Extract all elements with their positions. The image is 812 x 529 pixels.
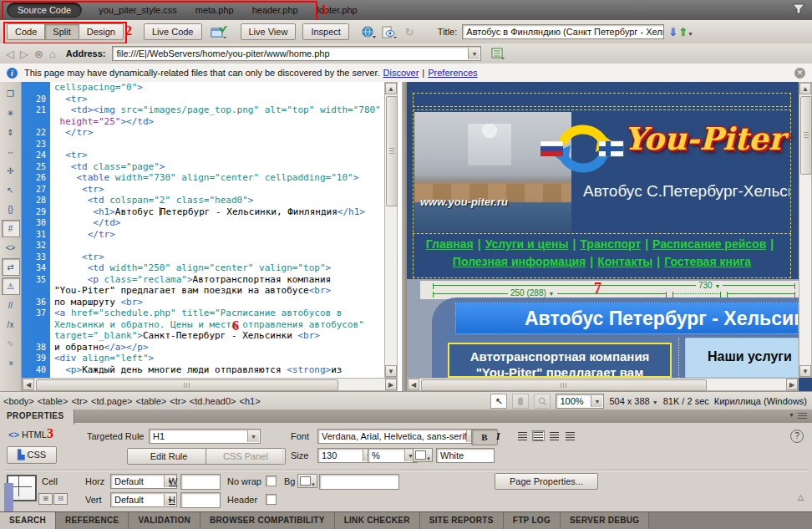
magnification-select[interactable]: 100% [556, 394, 604, 409]
file-put-icon[interactable]: ⇑▼ [678, 26, 693, 38]
design-canvas[interactable]: www.you-piter.ru [407, 82, 799, 378]
align-justify-icon[interactable] [564, 430, 576, 441]
align-right-icon[interactable] [548, 430, 561, 441]
code-row[interactable]: 35 <p class="reclama">Автотранспортная к… [22, 274, 384, 286]
code-row[interactable]: 25 <td class="page"> [22, 161, 384, 173]
design-menu-link[interactable]: Главная [426, 237, 474, 251]
results-tab-site-reports[interactable]: SITE REPORTS [420, 512, 504, 529]
split-view-button[interactable]: Split [44, 23, 78, 40]
tag-selector-item[interactable]: <tr> [71, 396, 88, 406]
results-tab-search[interactable]: SEARCH [0, 512, 56, 529]
tag-selector-item[interactable]: <table> [38, 396, 69, 406]
design-hscroll-thumb[interactable] [421, 379, 707, 391]
width-input[interactable] [180, 474, 221, 490]
show-code-navigator-icon[interactable]: ✳ [2, 104, 20, 122]
code-row[interactable]: target="_blank">Санкт-Петербург - Хельси… [22, 330, 384, 342]
design-menu-link[interactable]: Транспорт [580, 237, 641, 251]
tag-selector-item[interactable]: <td.head0> [190, 396, 236, 406]
design-view-button[interactable]: Design [79, 23, 124, 40]
code-row[interactable]: 22 </tr> [22, 127, 384, 139]
merge-cells-icon[interactable]: ⊞ [38, 493, 53, 505]
select-tool-icon[interactable]: ↖ [490, 394, 507, 409]
align-center-icon[interactable] [532, 430, 545, 441]
scroll-up-icon[interactable]: ▲ [385, 83, 397, 94]
scroll-right-icon[interactable]: ▶ [786, 379, 798, 390]
balance-braces-icon[interactable]: {} [2, 201, 20, 218]
code-row[interactable]: 26 <table width="730" align="center" cel… [22, 172, 384, 184]
design-right-cell[interactable]: Наши услуги [685, 338, 799, 378]
html-mode-button[interactable]: <> HTML [8, 430, 47, 440]
scroll-down-icon[interactable]: ▼ [385, 365, 397, 377]
live-code-button[interactable]: Live Code [144, 23, 202, 40]
filter-related-files-icon[interactable] [792, 3, 805, 15]
design-horizontal-scrollbar[interactable]: ◀ ▶ [407, 378, 799, 391]
preferences-link[interactable]: Preferences [428, 68, 477, 78]
syntax-error-alerts-icon[interactable]: ⚠ [2, 277, 20, 295]
stop-icon[interactable]: ⊗ [34, 48, 43, 60]
results-tab-server-debug[interactable]: SERVER DEBUG [561, 512, 649, 529]
code-row[interactable]: 24 <tr> [22, 150, 384, 161]
css-mode-button[interactable]: ▙ CSS [7, 446, 57, 464]
code-row[interactable]: cellspacing="0"> [22, 82, 384, 94]
refresh-design-view-icon[interactable]: ↻ [399, 23, 419, 41]
panel-menu-icon[interactable]: ▼ [789, 412, 807, 421]
design-menu-link[interactable]: Полезная информация [453, 255, 586, 268]
validate-markup-icon[interactable] [209, 23, 229, 41]
highlight-invalid-code-icon[interactable]: <> [2, 239, 20, 257]
preview-in-browser-icon[interactable] [359, 23, 379, 41]
results-tab-link-checker[interactable]: LINK CHECKER [335, 512, 420, 529]
remove-comment-icon[interactable]: /x [2, 316, 20, 333]
code-hscroll-thumb[interactable] [36, 379, 338, 391]
back-icon[interactable]: ◁ [6, 48, 14, 60]
properties-tab[interactable]: PROPERTIES [0, 409, 74, 425]
code-horizontal-scrollbar[interactable]: ◀ ▶ [22, 378, 398, 391]
collapse-full-tag-icon[interactable]: ⇕ [2, 124, 20, 141]
zoom-tool-icon[interactable] [534, 394, 551, 409]
code-editor[interactable]: cellspacing="0">20 <tr>21 <td><img src="… [22, 82, 384, 378]
vert-select[interactable]: Default [110, 492, 177, 507]
results-tab-reference[interactable]: REFERENCE [56, 512, 129, 529]
tag-selector-item[interactable]: <h1> [240, 396, 261, 406]
height-input[interactable] [180, 492, 221, 508]
collapse-panel-icon[interactable]: △ [798, 493, 804, 501]
bg-color-input[interactable] [319, 474, 399, 490]
code-row[interactable]: 39<div align="left"> [22, 353, 384, 364]
tag-selector-item[interactable]: <table> [136, 396, 167, 406]
scroll-left-icon[interactable]: ◀ [408, 379, 419, 390]
scroll-right-icon[interactable]: ▶ [385, 379, 397, 390]
align-left-icon[interactable] [516, 430, 529, 441]
code-row[interactable]: 23 [22, 139, 384, 150]
tag-selector-item[interactable]: <body> [3, 396, 34, 406]
code-vertical-scrollbar[interactable]: ▲ ▼ [384, 82, 398, 378]
help-icon[interactable]: ? [790, 430, 804, 443]
code-scroll-thumb[interactable] [386, 96, 398, 206]
title-input[interactable]: Автобус в Финляндию (Санкт Петербург - Х… [462, 24, 664, 39]
hand-tool-icon[interactable] [512, 394, 529, 409]
design-menu-link[interactable]: Расписание рейсов [652, 237, 766, 251]
code-row[interactable]: height="25"></td> [22, 116, 384, 128]
code-row[interactable]: 38и обратно</a></p> [22, 342, 384, 354]
no-wrap-checkbox[interactable] [266, 476, 277, 486]
design-vertical-scrollbar[interactable]: ▲ ▼ [799, 82, 812, 378]
italic-button[interactable]: I [496, 430, 500, 443]
design-menu-link[interactable]: Услуги и цены [485, 237, 569, 251]
related-file-tab[interactable]: meta.php [195, 5, 234, 15]
code-row[interactable]: 21 <td><img src="images/page_top.png" al… [22, 104, 384, 116]
design-menu-link[interactable]: Гостевая книга [664, 255, 751, 268]
design-h1-heading[interactable]: Автобус Петербург - Хельсинки [455, 303, 799, 334]
code-row[interactable]: 20 <tr> [22, 94, 384, 105]
check-browser-compatibility-icon[interactable] [379, 23, 399, 41]
source-code-tab[interactable]: Source Code [7, 3, 82, 18]
code-row[interactable]: 34 <td width="250" align="center" valign… [22, 262, 384, 274]
discover-link[interactable]: Discover [383, 68, 419, 78]
column-width-menu-250[interactable]: 250 (288) ▼ [508, 288, 557, 298]
expand-all-icon[interactable]: ✢ [2, 162, 20, 180]
recent-snippets-icon[interactable]: » [2, 354, 19, 373]
design-menu-link[interactable]: Контакты [597, 255, 652, 268]
text-color-swatch[interactable] [413, 448, 433, 462]
scroll-up-icon[interactable]: ▲ [799, 83, 811, 94]
edit-rule-button[interactable]: Edit Rule [127, 448, 211, 465]
results-tab-validation[interactable]: VALIDATION [129, 512, 200, 529]
close-info-bar-icon[interactable]: ✕ [794, 68, 805, 79]
scroll-down-icon[interactable]: ▼ [799, 365, 811, 377]
